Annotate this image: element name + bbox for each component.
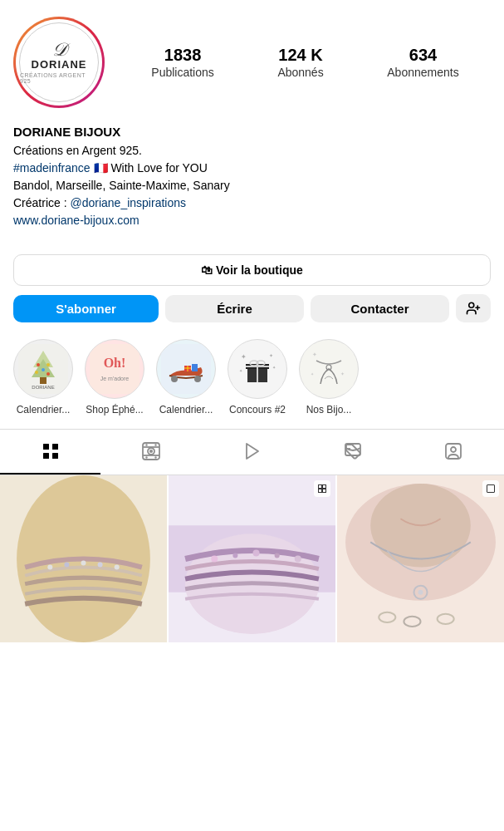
svg-point-71 bbox=[275, 553, 280, 558]
publications-stat[interactable]: 1838 Publications bbox=[151, 46, 214, 79]
reels-icon bbox=[141, 441, 161, 461]
svg-text:Oh!: Oh! bbox=[104, 356, 126, 370]
story-item-1[interactable]: DORIANE Calendrier... bbox=[13, 339, 73, 416]
svg-point-48 bbox=[145, 444, 147, 445]
story-icon-3 bbox=[161, 344, 211, 394]
tab-reels[interactable] bbox=[100, 430, 201, 475]
brand-sub: CRÉATIONS ARGENT 925 bbox=[20, 72, 98, 84]
svg-text:✦: ✦ bbox=[311, 371, 314, 376]
svg-rect-39 bbox=[43, 444, 49, 450]
tab-bar bbox=[0, 429, 504, 475]
story-item-5[interactable]: ✦ ✦ ✦ Nos Bijo... bbox=[299, 339, 359, 416]
profile-name: DORIANE BIJOUX bbox=[13, 125, 491, 139]
grid-section bbox=[0, 475, 504, 642]
avatar-container[interactable]: 𝒟 DORIANE CRÉATIONS ARGENT 925 bbox=[13, 17, 105, 108]
bio-line3: Bandol, Marseille, Sainte-Maxime, Sanary bbox=[13, 179, 230, 192]
svg-marker-52 bbox=[247, 444, 258, 459]
story-item-4[interactable]: ✦ ✦ ✦ ✦ Concours #2 bbox=[228, 339, 287, 416]
abonnements-count: 634 bbox=[409, 46, 437, 64]
story-label-1: Calendrier... bbox=[17, 404, 71, 416]
svg-point-8 bbox=[46, 363, 50, 366]
bio-section: DORIANE BIJOUX Créations en Argent 925. … bbox=[0, 121, 504, 238]
story-label-2: Shop Éphé... bbox=[86, 404, 143, 416]
grid-single-icon bbox=[486, 484, 496, 494]
svg-point-10 bbox=[46, 372, 50, 376]
avatar-logo: 𝒟 DORIANE CRÉATIONS ARGENT 925 bbox=[19, 22, 99, 102]
svg-text:✦: ✦ bbox=[239, 368, 242, 373]
story-icon-5: ✦ ✦ ✦ bbox=[304, 344, 354, 394]
svg-point-18 bbox=[194, 376, 201, 382]
add-person-icon bbox=[466, 301, 481, 316]
grid-image-3 bbox=[337, 475, 504, 642]
grid-image-1 bbox=[0, 475, 167, 642]
tab-play[interactable] bbox=[202, 430, 302, 475]
tab-tagged[interactable] bbox=[302, 430, 403, 475]
svg-point-50 bbox=[145, 456, 147, 458]
stories-section: DORIANE Calendrier... Oh! Je m'adore Sho… bbox=[0, 329, 504, 425]
abonnements-label: Abonnements bbox=[387, 66, 458, 79]
boutique-button[interactable]: 🛍 Voir la boutique bbox=[13, 254, 491, 286]
bio-link[interactable]: www.doriane-bijoux.com bbox=[13, 214, 139, 227]
svg-point-45 bbox=[150, 450, 152, 452]
bio-line1: Créations en Argent 925. bbox=[13, 144, 142, 157]
subscribe-button[interactable]: S'abonner bbox=[13, 295, 159, 322]
write-button[interactable]: Écrire bbox=[165, 295, 304, 322]
add-person-button[interactable] bbox=[456, 294, 491, 322]
svg-point-0 bbox=[469, 302, 474, 307]
bio-hashtag[interactable]: #madeinfrance bbox=[13, 161, 91, 175]
svg-text:✦: ✦ bbox=[272, 365, 276, 370]
svg-point-68 bbox=[211, 555, 218, 562]
story-label-4: Concours #2 bbox=[229, 404, 286, 416]
svg-text:DORIANE: DORIANE bbox=[32, 385, 54, 390]
svg-rect-42 bbox=[52, 453, 58, 459]
svg-point-56 bbox=[451, 447, 456, 452]
action-buttons: S'abonner Écrire Contacter bbox=[13, 294, 491, 322]
story-icon-1: DORIANE bbox=[18, 344, 68, 394]
svg-text:✦: ✦ bbox=[241, 353, 247, 361]
story-label-5: Nos Bijo... bbox=[306, 404, 352, 416]
brand-name: DORIANE bbox=[32, 59, 87, 71]
story-circle-4: ✦ ✦ ✦ ✦ bbox=[228, 339, 287, 399]
tab-profile[interactable] bbox=[404, 430, 504, 475]
story-label-3: Calendrier... bbox=[159, 404, 213, 416]
story-circle-3 bbox=[156, 339, 216, 399]
grid-item-3[interactable] bbox=[337, 475, 504, 642]
svg-point-72 bbox=[295, 555, 301, 562]
play-icon bbox=[242, 441, 262, 461]
abonnes-count: 124 K bbox=[278, 46, 322, 64]
avatar-inner: 𝒟 DORIANE CRÉATIONS ARGENT 925 bbox=[16, 19, 102, 106]
svg-point-7 bbox=[37, 363, 40, 366]
svg-point-69 bbox=[232, 553, 237, 558]
svg-point-81 bbox=[418, 590, 423, 595]
svg-rect-74 bbox=[323, 485, 326, 489]
contact-button[interactable]: Contacter bbox=[311, 295, 449, 322]
story-circle-2: Oh! Je m'adore bbox=[85, 339, 144, 399]
svg-text:✦: ✦ bbox=[340, 371, 345, 376]
publications-count: 1838 bbox=[164, 46, 202, 64]
grid-item-2[interactable] bbox=[169, 475, 335, 642]
buttons-section: 🛍 Voir la boutique S'abonner Écrire Cont… bbox=[0, 246, 504, 329]
svg-rect-40 bbox=[52, 444, 58, 450]
abonnes-stat[interactable]: 124 K Abonnés bbox=[277, 46, 323, 79]
svg-text:✦: ✦ bbox=[269, 353, 273, 358]
story-item-2[interactable]: Oh! Je m'adore Shop Éphé... bbox=[85, 339, 144, 416]
publications-label: Publications bbox=[151, 66, 214, 79]
bio-text: Créations en Argent 925. #madeinfrance 🇫… bbox=[13, 142, 491, 229]
story-item-3[interactable]: Calendrier... bbox=[156, 339, 216, 416]
abonnes-label: Abonnés bbox=[277, 66, 323, 79]
bio-handle[interactable]: @doriane_inspirations bbox=[70, 196, 186, 209]
svg-text:Je m'adore: Je m'adore bbox=[100, 376, 130, 381]
abonnements-stat[interactable]: 634 Abonnements bbox=[387, 46, 458, 79]
tagged-icon bbox=[343, 441, 363, 461]
svg-point-63 bbox=[98, 563, 103, 568]
svg-rect-76 bbox=[323, 489, 326, 493]
story-circle-5: ✦ ✦ ✦ bbox=[299, 339, 359, 399]
svg-text:✦: ✦ bbox=[312, 352, 317, 357]
svg-point-70 bbox=[253, 549, 260, 556]
avatar-ring: 𝒟 DORIANE CRÉATIONS ARGENT 925 bbox=[13, 17, 105, 108]
profile-header: 𝒟 DORIANE CRÉATIONS ARGENT 925 1838 Publ… bbox=[0, 0, 504, 121]
tab-grid[interactable] bbox=[0, 430, 100, 475]
grid-item-1[interactable] bbox=[0, 475, 167, 642]
grid-image-2 bbox=[169, 475, 335, 642]
stats-row: 1838 Publications 124 K Abonnés 634 Abon… bbox=[120, 46, 491, 79]
